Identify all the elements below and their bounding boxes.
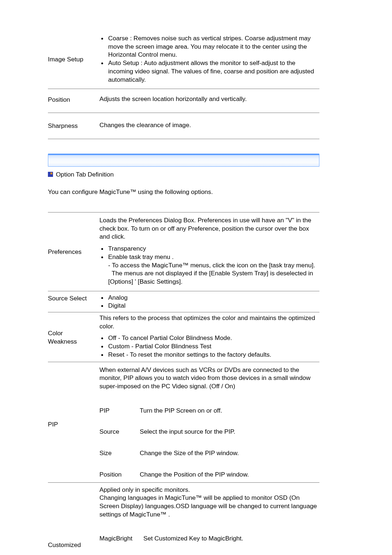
content-color-weakness: This refers to the process that optimize…	[99, 314, 319, 360]
content-source-select: Analog Digital	[99, 293, 319, 311]
content-pip: When external A/V devices such as VCRs o…	[99, 366, 319, 482]
pip-sublabel-source: Source	[99, 428, 134, 436]
row-position: Position Adjusts the screen location hor…	[48, 89, 319, 113]
pip-subrow-source: Source Select the input source for the P…	[99, 421, 319, 442]
color-weakness-lead: This refers to the process that optimize…	[99, 314, 319, 330]
pip-subrow-pip: PIP Turn the PIP Screen on or off.	[99, 400, 319, 421]
label-customized: Customized	[48, 540, 91, 549]
customized-subdesc-magicbright: Set Customized Key to MagicBright.	[143, 534, 319, 543]
section-intro: You can configure MagicTune™ using the f…	[48, 188, 319, 196]
pip-sublabel-size: Size	[99, 449, 134, 457]
customized-lead: Applied only in specific monitors. Chang…	[99, 486, 319, 519]
label-preferences: Preferences	[48, 247, 91, 256]
pip-lead: When external A/V devices such as VCRs o…	[99, 366, 319, 390]
pip-subrow-size: Size Change the Size of the PIP window.	[99, 442, 319, 464]
row-source-select: Source Select Analog Digital	[48, 291, 319, 312]
item-coarse: Coarse : Removes noise such as vertical …	[107, 34, 319, 59]
section-title: Option Tab Definition	[48, 170, 319, 179]
pip-subdesc-pip: Turn the PIP Screen on or off.	[140, 406, 319, 415]
label-sharpness: Sharpness	[48, 121, 91, 130]
item-digital: Digital	[107, 301, 319, 310]
customized-sublabel-magicbright: MagicBright	[99, 534, 138, 543]
label-source-select: Source Select	[48, 293, 91, 303]
content-image-setup: Coarse : Removes noise such as vertical …	[99, 33, 319, 85]
pip-sublabel-position: Position	[99, 470, 134, 479]
content-sharpness: Changes the clearance of image.	[99, 121, 319, 129]
section-banner	[48, 154, 319, 167]
section-title-text: Option Tab Definition	[56, 170, 114, 179]
item-enable-tray-label: Enable task tray menu .	[108, 253, 174, 260]
page-root: Image Setup Coarse : Removes noise such …	[0, 0, 392, 555]
row-image-setup: Image Setup Coarse : Removes noise such …	[48, 29, 319, 89]
option-tab-icon	[48, 172, 53, 177]
row-pip: PIP When external A/V devices such as VC…	[48, 362, 319, 483]
item-analog: Analog	[107, 293, 319, 302]
content-position: Adjusts the screen location horizontally…	[99, 95, 319, 103]
item-cw-reset: Reset - To reset the monitor settings to…	[107, 351, 319, 359]
preferences-lead: Loads the Preferences Dialog Box. Prefer…	[99, 216, 319, 241]
row-color-weakness: Color Weakness This refers to the proces…	[48, 312, 319, 362]
item-enable-tray-note1: - To access the MagicTune™ menus, click …	[108, 262, 315, 269]
customized-subrow-magicbright: MagicBright Set Customized Key to MagicB…	[99, 528, 319, 549]
item-cw-off: Off - To cancel Partial Color Blindness …	[107, 334, 319, 342]
pip-sublabel-pip: PIP	[99, 406, 134, 415]
row-preferences: Preferences Loads the Preferences Dialog…	[48, 212, 319, 291]
item-auto-setup: Auto Setup : Auto adjustment allows the …	[107, 59, 319, 84]
item-enable-tray: Enable task tray menu . - To access the …	[107, 253, 319, 286]
row-customized: Customized Applied only in specific moni…	[48, 483, 319, 553]
pip-subdesc-size: Change the Size of the PIP window.	[140, 449, 319, 457]
label-color-weakness: Color Weakness	[48, 328, 91, 345]
pip-subdesc-source: Select the input source for the PIP.	[140, 428, 319, 436]
pip-subrow-position: Position Change the Position of the PIP …	[99, 464, 319, 482]
label-image-setup: Image Setup	[48, 54, 91, 64]
row-sharpness: Sharpness Changes the clearance of image…	[48, 113, 319, 139]
label-pip: PIP	[48, 420, 91, 429]
item-enable-tray-note2: The menus are not displayed if the [Enab…	[108, 270, 315, 285]
label-position: Position	[48, 95, 91, 104]
content-customized: Applied only in specific monitors. Chang…	[99, 486, 319, 550]
pip-subdesc-position: Change the Position of the PIP window.	[140, 470, 319, 479]
item-cw-custom: Custom - Partial Color Blindness Test	[107, 342, 319, 351]
item-transparency: Transparency	[107, 244, 319, 253]
content-preferences: Loads the Preferences Dialog Box. Prefer…	[99, 216, 319, 287]
